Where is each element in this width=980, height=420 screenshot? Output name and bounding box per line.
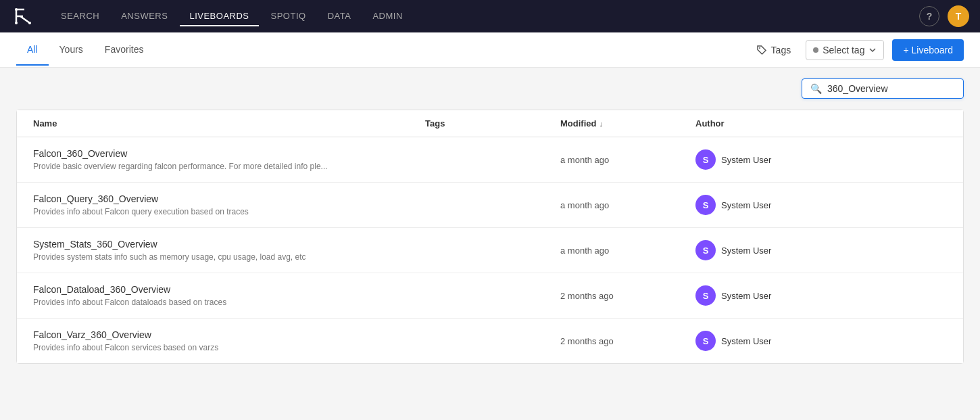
nav-admin[interactable]: ADMIN — [363, 7, 412, 26]
table-row[interactable]: Falcon_Dataload_360_Overview Provides in… — [17, 273, 963, 319]
row-title: Falcon_Dataload_360_Overview — [33, 284, 425, 295]
row-author: S System User — [695, 285, 947, 306]
row-name-col: Falcon_Dataload_360_Overview Provides in… — [33, 284, 425, 307]
subnav-right: Tags Select tag + Liveboard — [750, 39, 964, 61]
author-name: System User — [721, 336, 771, 346]
subnav-tabs: All Yours Favorites — [16, 34, 750, 66]
row-name-col: Falcon_360_Overview Provide basic overvi… — [33, 148, 425, 171]
chevron-down-icon — [868, 46, 877, 54]
tags-button[interactable]: Tags — [750, 41, 798, 60]
sub-nav: All Yours Favorites Tags Select tag + Li… — [0, 32, 980, 68]
table-row[interactable]: Falcon_Varz_360_Overview Provides info a… — [17, 319, 963, 363]
svg-point-6 — [15, 22, 18, 24]
top-nav: SEARCH ANSWERS LIVEBOARDS SPOTIQ DATA AD… — [0, 0, 980, 32]
row-desc: Provide basic overview regarding falcon … — [33, 162, 425, 171]
row-desc: Provides system stats info such as memor… — [33, 252, 425, 262]
svg-point-8 — [759, 47, 760, 49]
author-avatar: S — [695, 331, 716, 351]
author-avatar: S — [695, 240, 716, 260]
author-name: System User — [721, 246, 771, 256]
row-modified: 2 months ago — [560, 291, 695, 301]
row-modified: a month ago — [560, 155, 695, 165]
row-name-col: Falcon_Query_360_Overview Provides info … — [33, 193, 425, 216]
author-avatar: S — [695, 149, 716, 170]
table-row[interactable]: Falcon_360_Overview Provide basic overvi… — [17, 137, 963, 183]
row-title: Falcon_Query_360_Overview — [33, 193, 425, 204]
select-tag-label: Select tag — [823, 45, 864, 55]
dot-icon — [813, 47, 818, 53]
tag-icon — [756, 45, 767, 55]
row-desc: Provides info about Falcon services base… — [33, 343, 425, 352]
logo[interactable] — [11, 4, 35, 28]
search-icon: 🔍 — [810, 83, 822, 94]
row-modified: 2 months ago — [560, 336, 695, 346]
author-avatar: S — [695, 285, 716, 306]
col-header-name: Name — [33, 118, 425, 129]
row-author: S System User — [695, 331, 947, 351]
row-desc: Provides info about Falcon dataloads bas… — [33, 298, 425, 307]
row-title: Falcon_Varz_360_Overview — [33, 329, 425, 340]
main-content: 🔍 Name Tags Modified ↓ Author Falcon_360… — [0, 68, 980, 420]
row-modified: a month ago — [560, 200, 695, 210]
search-bar: 🔍 — [802, 78, 964, 99]
row-title: System_Stats_360_Overview — [33, 239, 425, 250]
select-tag-button[interactable]: Select tag — [806, 40, 884, 60]
sort-arrow-icon: ↓ — [599, 120, 603, 128]
col-header-modified[interactable]: Modified ↓ — [560, 118, 695, 129]
author-name: System User — [721, 291, 771, 301]
row-desc: Provides info about Falcon query executi… — [33, 207, 425, 216]
svg-point-5 — [15, 8, 18, 11]
nav-search[interactable]: SEARCH — [51, 7, 109, 26]
nav-answers[interactable]: ANSWERS — [112, 7, 177, 26]
tab-favorites[interactable]: Favorites — [94, 34, 155, 66]
svg-point-7 — [28, 22, 31, 24]
nav-right: ? T — [919, 5, 969, 27]
author-name: System User — [721, 155, 771, 165]
author-avatar: S — [695, 195, 716, 215]
search-bar-container: 🔍 — [16, 78, 964, 99]
row-title: Falcon_360_Overview — [33, 148, 425, 159]
author-name: System User — [721, 200, 771, 210]
tab-yours[interactable]: Yours — [49, 34, 94, 66]
tab-all[interactable]: All — [16, 34, 49, 66]
row-author: S System User — [695, 240, 947, 260]
nav-data[interactable]: DATA — [318, 7, 361, 26]
table-row[interactable]: Falcon_Query_360_Overview Provides info … — [17, 183, 963, 228]
row-author: S System User — [695, 149, 947, 170]
table-row[interactable]: System_Stats_360_Overview Provides syste… — [17, 228, 963, 273]
col-header-tags: Tags — [425, 118, 560, 129]
help-button[interactable]: ? — [919, 6, 939, 26]
row-name-col: System_Stats_360_Overview Provides syste… — [33, 239, 425, 262]
col-header-author: Author — [695, 118, 947, 129]
add-liveboard-button[interactable]: + Liveboard — [892, 39, 964, 61]
row-author: S System User — [695, 195, 947, 215]
nav-spotiq[interactable]: SPOTIQ — [262, 7, 316, 26]
tags-label: Tags — [771, 45, 791, 55]
row-name-col: Falcon_Varz_360_Overview Provides info a… — [33, 329, 425, 352]
search-input[interactable] — [827, 83, 955, 94]
table-header: Name Tags Modified ↓ Author — [17, 110, 963, 137]
user-avatar[interactable]: T — [948, 5, 969, 27]
nav-links: SEARCH ANSWERS LIVEBOARDS SPOTIQ DATA AD… — [51, 7, 914, 26]
nav-liveboards[interactable]: LIVEBOARDS — [180, 7, 258, 26]
row-modified: a month ago — [560, 246, 695, 256]
table-container: Name Tags Modified ↓ Author Falcon_360_O… — [16, 110, 964, 364]
